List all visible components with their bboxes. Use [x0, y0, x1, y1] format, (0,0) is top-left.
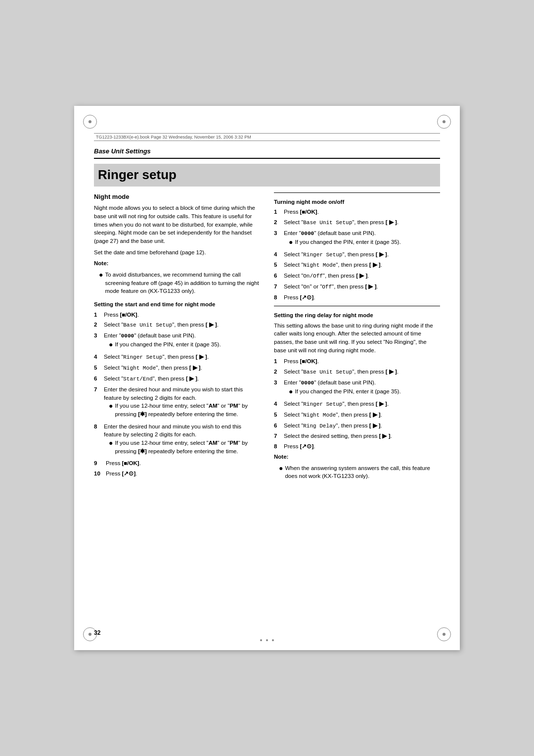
- step-8-content: Enter the desired hour and minute you wi…: [104, 423, 260, 458]
- right-column: Turning night mode on/off 1 Press [■/OK]…: [274, 192, 440, 482]
- header-text: TG1223-1233BX(e-e).book Page 32 Wednesda…: [96, 135, 251, 140]
- step-num-5: 5: [94, 364, 102, 373]
- note-label-left: Note:: [94, 260, 108, 266]
- note-bullet-right: ● When the answering system answers the …: [274, 464, 440, 480]
- steps-left: 1 Press [■/OK]. 2 Select "Base Unit Setu…: [94, 311, 260, 458]
- step-9-row: 9 Press [■/OK].: [94, 459, 260, 468]
- step-2-content: Select "Base Unit Setup", then press [ ▶…: [104, 321, 260, 330]
- step-7-bullet: ● If you use 12-hour time entry, select …: [104, 402, 260, 418]
- bottom-mark-3: [272, 639, 274, 641]
- step-num-7: 7: [94, 385, 102, 421]
- bottom-mark-1: [260, 639, 262, 641]
- step-4-left: 4 Select "Ringer Setup", then press [ ▶ …: [94, 353, 260, 362]
- step-num-10: 10: [94, 470, 102, 478]
- note-bullet-left: ● To avoid disturbances, we recommend tu…: [94, 271, 260, 295]
- rd-step-4: 4 Select "Ringer Setup", then press [ ▶ …: [274, 400, 440, 409]
- set-date-paragraph: Set the date and time beforehand (page 1…: [94, 248, 260, 257]
- steps-on-off: 1 Press [■/OK]. 2 Select "Base Unit Setu…: [274, 208, 440, 302]
- step-num-8: 8: [94, 423, 102, 458]
- bullet-dot: ●: [99, 271, 103, 279]
- step-8-left: 8 Enter the desired hour and minute you …: [94, 423, 260, 458]
- rd-step-2: 2 Select "Base Unit Setup", then press […: [274, 368, 440, 377]
- step-2-right: 2 Select "Base Unit Setup", then press […: [274, 218, 440, 227]
- step-3-right-bullets: ● If you changed the PIN, enter it (page…: [284, 238, 440, 246]
- step-8-bullets: ● If you use 12-hour time entry, select …: [104, 439, 260, 455]
- step-7-left: 7 Enter the desired hour and minute you …: [94, 385, 260, 421]
- step-num-6: 6: [94, 375, 102, 383]
- step-5-right: 5 Select "Night Mode", then press [ ▶ ].: [274, 261, 440, 270]
- header-strip: TG1223-1233BX(e-e).book Page 32 Wednesda…: [94, 133, 440, 141]
- step-2-left: 2 Select "Base Unit Setup", then press […: [94, 321, 260, 330]
- rd-step-5: 5 Select "Night Mode", then press [ ▶ ].: [274, 411, 440, 420]
- left-column: Night mode Night mode allows you to sele…: [94, 192, 260, 482]
- rd-step-7: 7 Select the desired setting, then press…: [274, 432, 440, 440]
- step-10-row: 10 Press [↗⊙].: [94, 470, 260, 478]
- note-label-right: Note:: [274, 454, 288, 460]
- corner-mark-br: [437, 627, 451, 641]
- note-bullet-right-text: When the answering system answers the ca…: [285, 464, 440, 480]
- step-num-3: 3: [94, 331, 102, 351]
- step-3-right: 3 Enter "0000" (default base unit PIN). …: [274, 229, 440, 248]
- step-num-9: 9: [94, 459, 102, 468]
- step-num-1: 1: [94, 311, 102, 319]
- rd-step-3-bullets: ● If you changed the PIN, enter it (page…: [284, 387, 440, 396]
- ring-delay-intro: This setting allows the base unit to rin…: [274, 322, 440, 355]
- steps-ring-delay: 1 Press [■/OK]. 2 Select "Base Unit Setu…: [274, 357, 440, 451]
- step-10-content: Press [↗⊙].: [106, 470, 137, 478]
- setting-heading: Setting the start and end time for night…: [94, 300, 260, 309]
- note-bullet-left-text: To avoid disturbances, we recommend turn…: [105, 271, 260, 295]
- right-col-divider: [274, 192, 440, 193]
- page: TG1223-1233BX(e-e).book Page 32 Wednesda…: [74, 106, 460, 650]
- step-6-left: 6 Select "Start/End", then press [ ▶ ].: [94, 375, 260, 383]
- step-6-content: Select "Start/End", then press [ ▶ ].: [104, 375, 260, 383]
- rd-step-1: 1 Press [■/OK].: [274, 357, 440, 366]
- step-num-4: 4: [94, 353, 102, 362]
- note-bullets-right: ● When the answering system answers the …: [274, 464, 440, 480]
- intro-paragraph: Night mode allows you to select a block …: [94, 204, 260, 245]
- bottom-marks: [260, 639, 274, 641]
- turning-heading: Turning night mode on/off: [274, 198, 440, 206]
- step-3-content: Enter "0000" (default base unit PIN). ● …: [104, 331, 260, 351]
- rd-step-8: 8 Press [↗⊙].: [274, 442, 440, 451]
- bottom-mark-2: [266, 639, 268, 641]
- corner-mark-tl: [83, 115, 97, 129]
- main-heading: Ringer setup: [94, 164, 440, 187]
- ring-delay-heading: Setting the ring delay for night mode: [274, 311, 440, 320]
- step-5-content: Select "Night Mode", then press [ ▶ ].: [104, 364, 260, 373]
- step-3-bullet: ● If you changed the PIN, enter it (page…: [104, 340, 260, 349]
- step-5-left: 5 Select "Night Mode", then press [ ▶ ].: [94, 364, 260, 373]
- note-bullets-left: ● To avoid disturbances, we recommend tu…: [94, 271, 260, 295]
- rd-step-6: 6 Select "Ring Delay", then press [ ▶ ].: [274, 422, 440, 430]
- step-1-left: 1 Press [■/OK].: [94, 311, 260, 319]
- main-content: Base Unit Settings Ringer setup Night mo…: [94, 147, 440, 482]
- step-num-2: 2: [94, 321, 102, 330]
- divider-ring-delay: [274, 306, 440, 306]
- step-6-right: 6 Select "On/Off", then press [ ▶ ].: [274, 272, 440, 281]
- step-8-bullet: ● If you use 12-hour time entry, select …: [104, 439, 260, 455]
- step-3-bullets: ● If you changed the PIN, enter it (page…: [104, 340, 260, 349]
- two-column-layout: Night mode Night mode allows you to sele…: [94, 192, 440, 482]
- step-7-bullets: ● If you use 12-hour time entry, select …: [104, 402, 260, 418]
- step-7-content: Enter the desired hour and minute you wi…: [104, 385, 260, 421]
- step-4-right: 4 Select "Ringer Setup", then press [ ▶ …: [274, 250, 440, 259]
- step-3-left: 3 Enter "0000" (default base unit PIN). …: [94, 331, 260, 351]
- corner-mark-tr: [437, 115, 451, 129]
- section-title: Base Unit Settings: [94, 147, 440, 159]
- step-1-content: Press [■/OK].: [104, 311, 260, 319]
- step-1-right: 1 Press [■/OK].: [274, 208, 440, 216]
- step-8-right: 8 Press [↗⊙].: [274, 293, 440, 302]
- step-9-content: Press [■/OK].: [106, 459, 141, 468]
- page-number: 32: [94, 629, 100, 636]
- night-mode-heading: Night mode: [94, 192, 260, 202]
- rd-step-3: 3 Enter "0000" (default base unit PIN). …: [274, 378, 440, 398]
- step-7-right: 7 Select "On" or "Off", then press [ ▶ ]…: [274, 283, 440, 291]
- step-4-content: Select "Ringer Setup", then press [ ▶ ].: [104, 353, 260, 362]
